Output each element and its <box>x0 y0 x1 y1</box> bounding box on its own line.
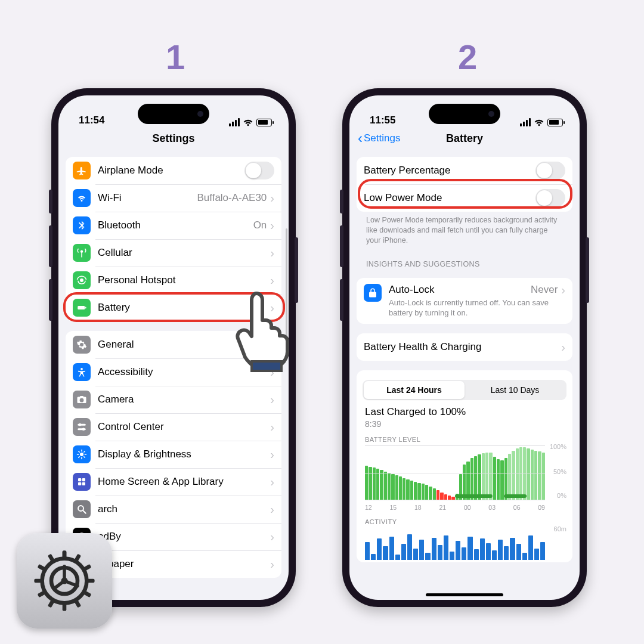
battery-level-chart: 100% 50% 0% 1215182100030609 <box>363 445 566 511</box>
battery-usage-group: Last 24 Hours Last 10 Days Last Charged … <box>357 370 572 562</box>
activity-bar <box>383 546 388 560</box>
activity-bar <box>444 535 448 560</box>
activity-bar <box>413 549 418 561</box>
mute-switch <box>340 190 343 213</box>
row-low-power-mode[interactable]: Low Power Mode <box>357 184 572 212</box>
battery-content[interactable]: Battery Percentage Low Power Mode Low Po… <box>349 151 580 600</box>
lock-icon <box>364 284 382 302</box>
chevron-right-icon: › <box>270 476 274 488</box>
row-cellular[interactable]: Cellular› <box>66 239 281 267</box>
last-charged-title: Last Charged to 100% <box>363 406 566 418</box>
page-title: Battery <box>446 132 483 144</box>
svg-line-14 <box>84 451 85 453</box>
activity-bar <box>365 542 370 561</box>
battery-level-bar <box>538 451 541 500</box>
activity-bar <box>371 554 376 561</box>
chevron-right-icon: › <box>270 274 274 286</box>
activity-chart-label: ACTIVITY <box>363 516 566 528</box>
insights-group: Auto-Lock Never › Auto-Lock is currently… <box>357 278 572 324</box>
battery-health-label: Battery Health & Charging <box>364 341 561 353</box>
settings-list[interactable]: Airplane ModeWi-FiBuffalo-A-AE30›Bluetoo… <box>58 151 289 600</box>
row-detail: On <box>253 219 267 231</box>
activity-bar <box>395 555 400 560</box>
svg-rect-34 <box>86 579 94 583</box>
battery-level-bar <box>482 453 485 500</box>
chevron-right-icon: › <box>270 394 274 405</box>
svg-point-46 <box>61 578 68 584</box>
row-airplane-mode[interactable]: Airplane Mode <box>66 157 281 184</box>
svg-rect-0 <box>78 306 85 309</box>
activity-bar <box>516 544 521 560</box>
svg-point-5 <box>79 423 82 426</box>
activity-bar <box>467 537 472 561</box>
battery-level-bar <box>531 450 534 500</box>
back-button[interactable]: ‹ Settings <box>358 131 400 145</box>
seg-last-10-days[interactable]: Last 10 Days <box>465 381 565 399</box>
row-bluetooth[interactable]: BluetoothOn› <box>66 212 281 239</box>
row-home-screen-app-library[interactable]: Home Screen & App Library› <box>66 468 281 496</box>
chevron-right-icon: › <box>270 247 274 259</box>
home-indicator[interactable] <box>426 593 503 596</box>
svg-point-6 <box>82 428 85 431</box>
battery-level-bar <box>534 451 537 500</box>
battery-level-bar <box>523 447 526 500</box>
back-label: Settings <box>364 132 400 144</box>
row-control-center[interactable]: Control Center› <box>66 413 281 441</box>
toggle-battery-percentage[interactable] <box>535 162 565 179</box>
battery-level-bar <box>497 459 500 500</box>
battery-health-group: Battery Health & Charging › <box>357 333 572 361</box>
row-label: arch <box>98 503 270 515</box>
row-wi-fi[interactable]: Wi-FiBuffalo-A-AE30› <box>66 184 281 212</box>
activity-bar <box>534 549 539 561</box>
cellular-signal-icon <box>520 118 531 126</box>
chevron-right-icon: › <box>270 192 274 204</box>
charging-segment <box>455 494 493 498</box>
wifi-icon <box>534 119 544 126</box>
volume-down-button <box>340 279 343 321</box>
row-battery-health[interactable]: Battery Health & Charging › <box>357 333 572 361</box>
svg-line-12 <box>79 451 80 453</box>
row-display-brightness[interactable]: Display & Brightness› <box>66 441 281 468</box>
chevron-right-icon: › <box>270 448 274 460</box>
seg-last-24-hours[interactable]: Last 24 Hours <box>364 381 465 399</box>
battery-level-bar <box>512 451 515 500</box>
y-axis-100: 100% <box>550 443 566 450</box>
dynamic-island <box>429 104 500 124</box>
battery-level-bar <box>485 453 488 500</box>
battery-level-bar <box>504 458 507 500</box>
svg-line-21 <box>83 510 86 513</box>
svg-rect-40 <box>34 579 42 583</box>
activity-bar <box>450 552 454 560</box>
activity-bar <box>474 549 479 560</box>
nav-bar: ‹ Settings Battery <box>349 129 580 151</box>
y-axis-50: 50% <box>553 468 566 475</box>
battery-level-bar <box>489 453 492 500</box>
row-battery-percentage[interactable]: Battery Percentage <box>357 157 572 184</box>
row-camera[interactable]: Camera› <box>66 386 281 413</box>
low-power-mode-description: Low Power Mode temporarily reduces backg… <box>357 214 572 254</box>
row-auto-lock[interactable]: Auto-Lock Never › Auto-Lock is currently… <box>357 278 572 324</box>
volume-down-button <box>49 279 52 321</box>
activity-bar <box>389 537 394 561</box>
battery-level-bar <box>474 456 477 500</box>
cellular-signal-icon <box>229 118 240 126</box>
chevron-left-icon: ‹ <box>358 131 363 145</box>
time-range-segmented-control[interactable]: Last 24 Hours Last 10 Days <box>363 380 566 400</box>
toggle-low-power-mode[interactable] <box>535 189 565 207</box>
insights-section-header: INSIGHTS AND SUGGESTIONS <box>357 254 572 272</box>
page-title: Settings <box>152 132 194 144</box>
toggle[interactable] <box>244 162 274 179</box>
dynamic-island <box>138 104 209 124</box>
battery-level-bar <box>542 453 545 500</box>
activity-bar <box>510 538 515 561</box>
general-icon <box>73 336 91 354</box>
auto-lock-label: Auto-Lock <box>389 284 531 296</box>
chevron-right-icon: › <box>561 341 565 353</box>
battery-icon <box>73 299 91 317</box>
activity-bar <box>425 553 430 561</box>
activity-bar <box>419 540 424 560</box>
volume-up-button <box>49 225 52 267</box>
search-icon <box>73 500 91 518</box>
svg-rect-16 <box>78 478 81 481</box>
row-arch[interactable]: arch› <box>66 496 281 523</box>
